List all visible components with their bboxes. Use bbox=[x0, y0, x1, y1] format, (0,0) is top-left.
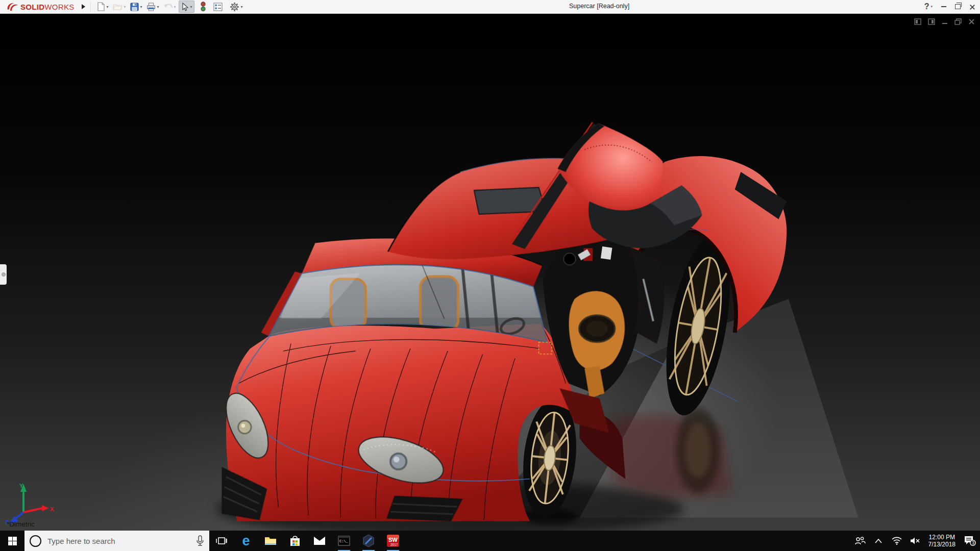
store-icon bbox=[289, 535, 301, 547]
tray-clock[interactable]: 12:00 PM 7/13/2018 bbox=[924, 531, 960, 551]
doc-close-icon[interactable] bbox=[968, 18, 975, 25]
document-window-controls bbox=[914, 18, 975, 25]
dropdown-arrow-icon[interactable]: ▾ bbox=[930, 5, 933, 9]
composer-hexagon-icon bbox=[362, 534, 375, 547]
microphone-icon[interactable] bbox=[196, 535, 204, 546]
taskbar-app-store[interactable] bbox=[283, 531, 307, 551]
tray-date: 7/13/2018 bbox=[928, 541, 955, 548]
tab-dot-icon bbox=[2, 272, 6, 277]
rebuild-stoplight-button[interactable] bbox=[199, 1, 208, 12]
mail-icon bbox=[313, 536, 326, 545]
close-button[interactable] bbox=[969, 4, 975, 10]
window-controls: ? ▾ bbox=[924, 0, 975, 13]
file-explorer-icon bbox=[264, 536, 277, 546]
svg-text:SW: SW bbox=[388, 537, 398, 543]
search-input[interactable] bbox=[46, 536, 191, 546]
dropdown-arrow-icon[interactable]: ▾ bbox=[157, 5, 159, 9]
document-title: Supercar [Read-only] bbox=[569, 3, 629, 10]
minimize-icon bbox=[941, 6, 946, 7]
svg-text:C:\_: C:\_ bbox=[339, 539, 349, 543]
minimize-button[interactable] bbox=[941, 6, 946, 7]
print-button[interactable]: ▾ bbox=[145, 1, 161, 12]
print-icon bbox=[146, 3, 156, 11]
task-view-icon bbox=[216, 536, 227, 545]
pane-window-icon[interactable] bbox=[914, 18, 921, 25]
help-button[interactable]: ? ▾ bbox=[924, 2, 933, 11]
system-tray: 12:00 PM 7/13/2018 3 bbox=[851, 531, 980, 551]
volume-muted-icon bbox=[910, 537, 920, 545]
restore-icon bbox=[955, 4, 961, 9]
open-folder-icon bbox=[113, 3, 122, 11]
file-properties-button[interactable] bbox=[212, 1, 224, 12]
undo-button[interactable]: ▾ bbox=[162, 1, 178, 12]
action-center-icon: 3 bbox=[964, 535, 976, 546]
people-button[interactable] bbox=[851, 531, 869, 551]
taskbar-app-edge[interactable]: e bbox=[234, 531, 258, 551]
toolbar-flyout-arrow[interactable] bbox=[82, 4, 85, 9]
save-icon bbox=[130, 3, 139, 11]
dropdown-arrow-icon[interactable]: ▾ bbox=[241, 5, 243, 9]
feature-tree-flyout-tab[interactable] bbox=[0, 264, 7, 285]
solidworks-logo-icon bbox=[6, 2, 18, 11]
taskbar-app-solidworks-2017[interactable]: SW 2017 bbox=[381, 531, 405, 551]
dropdown-arrow-icon[interactable]: ▾ bbox=[107, 5, 109, 9]
svg-text:2017: 2017 bbox=[390, 543, 398, 546]
restore-button[interactable] bbox=[955, 4, 961, 9]
solidworks-logo: SOLIDWORKS bbox=[6, 2, 75, 11]
solidworks-2017-icon: SW 2017 bbox=[386, 534, 400, 547]
volume-button[interactable] bbox=[906, 531, 924, 551]
taskbar-app-file-explorer[interactable] bbox=[258, 531, 283, 551]
dropdown-arrow-icon[interactable]: ▾ bbox=[190, 5, 192, 9]
options-gear-icon bbox=[230, 2, 239, 12]
orientation-triad[interactable]: Y X Z bbox=[4, 482, 55, 525]
tray-time: 12:00 PM bbox=[929, 534, 955, 541]
select-cursor-icon bbox=[181, 2, 189, 11]
save-button[interactable]: ▾ bbox=[129, 1, 144, 12]
toolbar-separator bbox=[90, 2, 91, 12]
options-button[interactable]: ▾ bbox=[228, 1, 244, 12]
pane-window-icon-2[interactable] bbox=[928, 18, 935, 25]
undo-icon bbox=[163, 3, 173, 11]
file-properties-icon bbox=[213, 3, 223, 11]
car-render[interactable] bbox=[0, 13, 980, 531]
dropdown-arrow-icon[interactable]: ▾ bbox=[174, 5, 176, 9]
taskbar-app-mail[interactable] bbox=[307, 531, 332, 551]
wifi-icon bbox=[892, 537, 902, 545]
notification-badge: 3 bbox=[972, 540, 974, 545]
open-document-button[interactable]: ▾ bbox=[111, 1, 128, 12]
new-document-icon bbox=[96, 2, 105, 11]
dropdown-arrow-icon[interactable]: ▾ bbox=[124, 5, 126, 9]
new-document-button[interactable]: ▾ bbox=[95, 1, 110, 12]
chevron-up-icon bbox=[875, 539, 882, 543]
network-button[interactable] bbox=[888, 531, 906, 551]
edge-icon: e bbox=[242, 534, 250, 548]
stoplight-icon bbox=[200, 2, 206, 12]
doc-minimize-icon[interactable] bbox=[942, 18, 948, 25]
action-center-button[interactable]: 3 bbox=[960, 531, 980, 551]
start-button[interactable] bbox=[0, 531, 24, 551]
titlebar: SOLIDWORKS ▾ ▾ bbox=[0, 0, 980, 14]
people-icon bbox=[854, 537, 866, 545]
view-orientation-label: *Dimetric bbox=[7, 520, 35, 528]
close-icon bbox=[969, 4, 975, 10]
tray-overflow-button[interactable] bbox=[869, 531, 888, 551]
triad-y-label: Y bbox=[19, 483, 23, 489]
command-prompt-icon: C:\_ bbox=[338, 536, 350, 546]
quick-access-toolbar: ▾ ▾ ▾ bbox=[95, 1, 244, 13]
taskbar-search[interactable] bbox=[24, 531, 209, 551]
dropdown-arrow-icon[interactable]: ▾ bbox=[140, 5, 142, 9]
solidworks-screen: SOLIDWORKS ▾ ▾ bbox=[0, 0, 980, 551]
taskbar-app-command-prompt[interactable]: C:\_ bbox=[332, 531, 356, 551]
taskbar-app-solidworks-composer[interactable] bbox=[356, 531, 381, 551]
windows-logo-icon bbox=[8, 537, 17, 545]
graphics-viewport[interactable]: Y X Z *Dimetric bbox=[0, 13, 980, 531]
task-view-button[interactable] bbox=[209, 531, 234, 551]
triad-x-label: X bbox=[50, 506, 54, 512]
cortana-icon bbox=[30, 535, 41, 547]
taskbar: e bbox=[0, 531, 980, 551]
doc-restore-icon[interactable] bbox=[954, 18, 962, 25]
solidworks-wordmark: SOLIDWORKS bbox=[20, 3, 75, 11]
select-tool-button[interactable]: ▾ bbox=[179, 1, 194, 13]
